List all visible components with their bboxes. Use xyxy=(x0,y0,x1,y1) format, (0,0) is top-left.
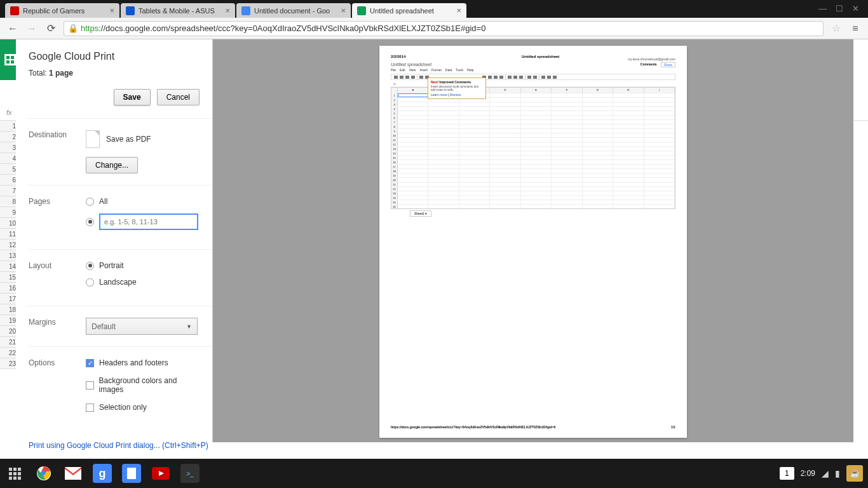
url-input[interactable]: 🔒 https://docs.google.com/spreadsheet/cc… xyxy=(64,21,824,36)
selection-only-label: Selection only xyxy=(99,403,147,412)
google-search-icon[interactable]: g xyxy=(93,464,112,483)
popup-title: Improved Comments xyxy=(439,80,471,84)
preview-email: my.asus.chromebook@gmail.com xyxy=(628,57,675,61)
fx-label: fx xyxy=(6,109,12,116)
page-content: fx 1234567891011121314151617181920212223… xyxy=(0,39,868,459)
gmail-icon[interactable] xyxy=(64,464,83,483)
margins-select[interactable]: Default ▼ xyxy=(86,318,198,335)
margins-value: Default xyxy=(92,322,116,331)
cloud-print-link[interactable]: Print using Google Cloud Print dialog...… xyxy=(29,432,212,459)
youtube-icon[interactable] xyxy=(151,464,170,483)
close-icon[interactable]: × xyxy=(341,6,346,15)
layout-label: Layout xyxy=(29,261,86,294)
chrome-icon[interactable] xyxy=(34,464,53,483)
reload-button[interactable]: ⟳ xyxy=(44,22,57,35)
asus-favicon-icon xyxy=(126,6,135,15)
preview-doc-title: Untitled spreadsheet xyxy=(391,62,675,67)
popup-dismiss: Dismiss xyxy=(450,93,461,97)
preview-grid: ABCDEFGHI 123456789101112131415161718192… xyxy=(391,87,675,209)
pages-label: Pages xyxy=(29,197,86,238)
forward-button[interactable]: → xyxy=(25,22,38,35)
preview-comments: Comments xyxy=(641,62,657,67)
portrait-radio[interactable] xyxy=(86,262,94,270)
preview-footer-url: https://docs.google.com/spreadsheet/ccc?… xyxy=(391,425,555,429)
pages-input[interactable] xyxy=(99,214,198,230)
print-total: Total: 1 page xyxy=(29,69,212,78)
address-bar: ← → ⟳ 🔒 https://docs.google.com/spreadsh… xyxy=(0,18,868,39)
rog-favicon-icon xyxy=(10,6,19,15)
url-rest: ://docs.google.com/spreadsheet/ccc?key=0… xyxy=(98,24,485,33)
preview-sheet-tab: Sheet1 ▾ xyxy=(410,210,431,217)
margins-section: Margins Default ▼ xyxy=(29,306,212,346)
tab-title: Republic of Gamers xyxy=(23,7,105,15)
save-button[interactable]: Save xyxy=(114,89,151,105)
menu-icon[interactable]: ≡ xyxy=(849,22,862,35)
wifi-icon[interactable]: ◢ xyxy=(822,468,829,478)
preview-footer-page: 1/1 xyxy=(671,425,675,429)
preview-center-title: Untitled spreadsheet xyxy=(522,55,559,58)
selection-only-checkbox[interactable] xyxy=(86,403,94,412)
print-title: Google Cloud Print xyxy=(29,51,212,62)
layout-section: Layout Portrait Landscape xyxy=(29,249,212,306)
landscape-label: Landscape xyxy=(99,278,137,287)
chevron-down-icon: ▼ xyxy=(186,323,192,330)
terminal-icon[interactable]: >_ xyxy=(180,464,200,483)
popup-learn: Learn more xyxy=(431,93,447,97)
lock-icon: 🔒 xyxy=(68,24,78,33)
destination-label: Destination xyxy=(29,130,86,173)
clock[interactable]: 2:09 xyxy=(801,469,815,478)
bg-colors-checkbox[interactable] xyxy=(86,381,94,390)
notification-badge[interactable]: 1 xyxy=(780,467,794,480)
margins-label: Margins xyxy=(29,318,86,335)
preview-share: Share xyxy=(661,62,675,67)
cancel-button[interactable]: Cancel xyxy=(157,89,200,105)
window-controls: — ☐ ✕ xyxy=(810,0,868,17)
tab-sheets[interactable]: Untitled spreadsheet × xyxy=(352,3,466,18)
preview-page: 2/2/2014 Untitled spreadsheet my.asus.ch… xyxy=(379,46,687,438)
close-icon[interactable]: × xyxy=(109,6,114,15)
url-https: https xyxy=(81,24,98,33)
close-icon[interactable]: × xyxy=(225,6,230,15)
tab-rog[interactable]: Republic of Gamers × xyxy=(5,3,119,18)
options-label: Options xyxy=(29,358,86,421)
tab-asus[interactable]: Tablets & Mobile - ASUS × xyxy=(121,3,235,18)
apps-launcher-icon[interactable] xyxy=(5,464,24,483)
user-avatar[interactable]: ☕ xyxy=(846,465,863,482)
total-prefix: Total: xyxy=(29,69,49,78)
battery-icon[interactable]: ▮ xyxy=(835,468,840,478)
popup-desc: Insert discussion-style comments and add… xyxy=(431,85,483,92)
pages-all-radio[interactable] xyxy=(86,198,94,206)
tab-docs[interactable]: Untitled document - Goo × xyxy=(236,3,351,18)
docs-icon[interactable] xyxy=(122,464,141,483)
pdf-icon xyxy=(86,130,100,148)
change-destination-button[interactable]: Change... xyxy=(86,157,138,173)
popup-new: New! xyxy=(431,80,438,84)
browser-tabs-bar: Republic of Gamers × Tablets & Mobile - … xyxy=(0,0,868,18)
landscape-radio[interactable] xyxy=(86,278,94,287)
star-icon[interactable]: ☆ xyxy=(830,22,843,35)
back-button[interactable]: ← xyxy=(6,22,19,35)
docs-favicon-icon xyxy=(241,6,250,15)
tab-title: Untitled document - Goo xyxy=(254,7,337,15)
print-dialog: Google Cloud Print Total: 1 page Save Ca… xyxy=(16,39,853,442)
pages-custom-radio[interactable] xyxy=(86,218,94,226)
destination-section: Destination Save as PDF Change... xyxy=(29,118,212,185)
print-sidebar: Google Cloud Print Total: 1 page Save Ca… xyxy=(16,39,213,442)
maximize-icon[interactable]: ☐ xyxy=(836,4,843,13)
minimize-icon[interactable]: — xyxy=(818,4,827,13)
save-as-pdf-label: Save as PDF xyxy=(106,135,151,144)
tab-title: Tablets & Mobile - ASUS xyxy=(139,7,221,15)
options-section: Options ✓ Headers and footers Background… xyxy=(29,346,212,432)
bg-colors-label: Background colors and images xyxy=(99,376,200,394)
close-icon[interactable]: × xyxy=(456,6,461,15)
print-buttons: Save Cancel xyxy=(29,89,212,105)
tab-title: Untitled spreadsheet xyxy=(370,7,452,15)
headers-footers-label: Headers and footers xyxy=(99,358,168,367)
headers-footers-checkbox[interactable]: ✓ xyxy=(86,359,94,367)
pages-section: Pages All xyxy=(29,185,212,249)
sheets-favicon-icon xyxy=(357,6,366,15)
close-window-icon[interactable]: ✕ xyxy=(852,4,859,13)
portrait-label: Portrait xyxy=(99,261,124,270)
total-value: 1 page xyxy=(49,69,73,78)
preview-sheet-tab-label: Sheet1 xyxy=(414,212,424,215)
